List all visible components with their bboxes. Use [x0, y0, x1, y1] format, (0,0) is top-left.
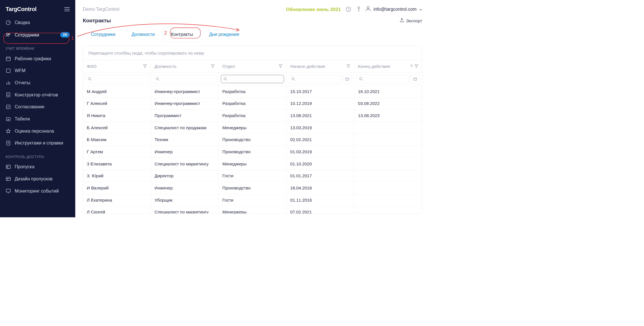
svg-rect-26: [6, 177, 10, 181]
sidebar-item-briefings[interactable]: Инструктажи и справки: [0, 137, 75, 149]
sidebar-item-report-builder[interactable]: Конструктор отчётов: [0, 89, 75, 101]
table-cell: Разработка: [219, 86, 286, 98]
filter-icon[interactable]: [279, 64, 282, 69]
table-row[interactable]: Г АлексейИнженер-программистРазработка10…: [83, 98, 422, 110]
key-icon[interactable]: [356, 5, 362, 13]
sidebar: TargControl Сводка Сотрудники 26 УЧЕТ ВР…: [0, 0, 75, 217]
filter-icon[interactable]: [347, 64, 350, 69]
filter-end-calendar-icon[interactable]: [411, 74, 420, 83]
sidebar-item-pass-design[interactable]: Дизайн пропусков: [0, 173, 75, 185]
table-cell: Г Артем: [83, 146, 151, 158]
sidebar-item-reports[interactable]: Отчеты: [0, 77, 75, 89]
svg-text:?: ?: [347, 8, 349, 11]
table-cell: Менеджеры: [219, 122, 286, 134]
brand-logo: TargControl: [6, 6, 36, 12]
sidebar-item-label: WFM: [15, 68, 70, 74]
filter-end-input[interactable]: [356, 75, 409, 83]
filter-icon[interactable]: [143, 64, 147, 69]
table-cell: 01.01.2017: [286, 170, 354, 182]
main-content: Demo TargControl Обновление июнь 2021 ? …: [75, 0, 429, 217]
table-cell: Инженер-программист: [151, 86, 219, 98]
sort-asc-icon[interactable]: [410, 64, 413, 69]
table-cell: [354, 146, 422, 158]
update-banner[interactable]: Обновление июнь 2021: [286, 7, 341, 12]
table-cell: Б Алексей: [83, 122, 151, 134]
table-row[interactable]: Б МаксимТехникПроизводство02.02.2021: [83, 134, 422, 146]
export-button[interactable]: Экспорт: [399, 18, 422, 23]
users-icon: [6, 33, 11, 37]
sidebar-item-wfm[interactable]: WFM: [0, 65, 75, 77]
svg-rect-7: [6, 57, 10, 61]
sidebar-item-summary[interactable]: Сводка: [0, 17, 75, 29]
table-cell: [354, 170, 422, 182]
filter-icon[interactable]: [414, 64, 418, 69]
sidebar-item-timesheets[interactable]: Табели: [0, 113, 75, 125]
filter-position-input[interactable]: [153, 75, 216, 83]
svg-rect-45: [346, 78, 349, 80]
table-cell: Менеджеры: [219, 206, 286, 213]
table-row[interactable]: М АндрейИнженер-программистРазработка15.…: [83, 86, 422, 98]
filter-start-input[interactable]: [289, 75, 341, 83]
tab-positions[interactable]: Должности: [123, 27, 163, 42]
sidebar-item-employees[interactable]: Сотрудники 26: [0, 29, 75, 41]
table-cell: 13.08.2021: [286, 110, 354, 122]
help-icon[interactable]: ?: [345, 5, 352, 13]
tab-birthdays[interactable]: Дни рождения: [201, 27, 247, 42]
sidebar-item-label: Дизайн пропусков: [15, 176, 70, 182]
sidebar-item-schedules[interactable]: Рабочие графики: [0, 53, 75, 65]
filter-start-calendar-icon[interactable]: [343, 74, 352, 83]
group-drop-zone[interactable]: Перетащите столбец сюда, чтобы сгруппиро…: [83, 46, 422, 61]
sidebar-section-time: УЧЕТ ВРЕМЕНИ: [0, 41, 75, 53]
table-cell: Директор: [151, 170, 219, 182]
sidebar-item-label: Инструктажи и справки: [15, 141, 70, 146]
sidebar-item-label: Табели: [15, 116, 70, 122]
svg-line-38: [90, 79, 91, 80]
col-start[interactable]: Начало действия: [286, 61, 354, 73]
box-icon: [6, 68, 11, 73]
table-row[interactable]: Я НикитаПрограммистРазработка13.08.20211…: [83, 110, 422, 122]
table-cell: Гости: [219, 170, 286, 182]
svg-point-41: [224, 77, 226, 80]
filter-department-input[interactable]: [221, 75, 284, 83]
table-row[interactable]: Б АлексейСпециалист по продажамМенеджеры…: [83, 122, 422, 134]
table-cell: Разработка: [219, 98, 286, 110]
tab-contracts[interactable]: Контракты: [163, 27, 201, 42]
table-cell: 15.10.2017: [286, 86, 354, 98]
table-row[interactable]: Г АртемИнженерПроизводство01.03.2019: [83, 146, 422, 158]
filter-fio-input[interactable]: [85, 75, 148, 83]
table-cell: Гости: [219, 194, 286, 206]
table-cell: И Валерий: [83, 182, 151, 194]
table-cell: 01.10.2020: [286, 158, 354, 170]
col-department[interactable]: Отдел: [219, 61, 286, 73]
col-end[interactable]: Конец действия: [354, 61, 422, 73]
check-square-icon: [6, 105, 11, 109]
filter-icon[interactable]: [211, 64, 215, 69]
table-cell: Программист: [151, 110, 219, 122]
sidebar-item-approvals[interactable]: Согласование: [0, 101, 75, 113]
sidebar-item-monitoring[interactable]: Мониторинг событий: [0, 185, 75, 197]
table-row[interactable]: И ВалерийИнженерПроизводство18.04.2018: [83, 182, 422, 194]
user-menu[interactable]: info@targcontrol.com: [365, 6, 422, 13]
menu-toggle-icon[interactable]: [64, 7, 70, 11]
sidebar-item-passes[interactable]: Пропуска: [0, 161, 75, 173]
user-avatar-icon: [365, 6, 371, 13]
table-row[interactable]: З ЕлизаветаСпециалист по маркетингуМенед…: [83, 158, 422, 170]
table-cell: Инженер: [151, 146, 219, 158]
sidebar-item-label: Мониторинг событий: [15, 188, 70, 194]
table-cell: Л Екатерина: [83, 194, 151, 206]
table-row[interactable]: З. ЮрийДиректорГости01.01.2017: [83, 170, 422, 182]
sidebar-item-personnel-eval[interactable]: Оценка персонала: [0, 125, 75, 137]
sidebar-section-access: КОНТРОЛЬ ДОСТУПА: [0, 149, 75, 161]
table-row[interactable]: Л СергейСпециалист по маркетингуМенеджер…: [83, 206, 422, 213]
table-cell: Уборщик: [151, 194, 219, 206]
table-cell: Производство: [219, 182, 286, 194]
table-cell: 16.10.2021: [354, 86, 422, 98]
tab-employees[interactable]: Сотрудники: [83, 27, 123, 42]
sidebar-item-label: Пропуска: [15, 164, 70, 170]
col-position[interactable]: Должность: [151, 61, 219, 73]
sidebar-item-label: Согласование: [15, 104, 70, 110]
table-row[interactable]: Л ЕкатеринаУборщикГости01.11.2016: [83, 194, 422, 206]
svg-point-36: [367, 7, 369, 9]
col-fio[interactable]: ФИО: [83, 61, 151, 73]
svg-line-48: [362, 79, 362, 80]
